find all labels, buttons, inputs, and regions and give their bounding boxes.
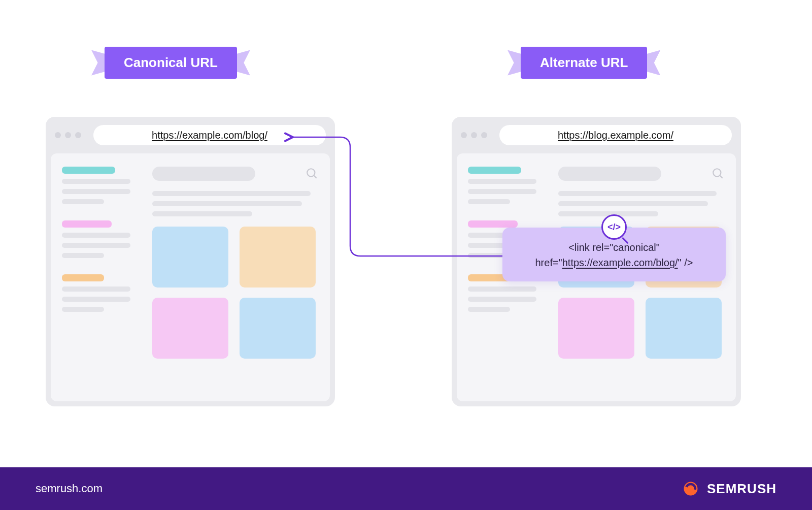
search-icon xyxy=(306,167,319,180)
skeleton-bar xyxy=(152,211,252,216)
window-dot xyxy=(55,132,61,138)
content-tile xyxy=(152,298,228,359)
address-bar: https://blog.example.com/ xyxy=(499,125,732,145)
brand: SEMRUSH xyxy=(682,480,776,498)
brand-name: SEMRUSH xyxy=(707,481,776,497)
tile-row xyxy=(558,298,725,359)
page-main xyxy=(152,167,319,388)
skeleton-lines xyxy=(558,191,725,216)
browser-canonical: https://example.com/blog/ xyxy=(46,117,335,406)
skeleton-bar xyxy=(62,307,104,312)
skeleton-bar xyxy=(558,191,717,196)
window-dot xyxy=(481,132,487,138)
page-body xyxy=(51,153,330,401)
content-tile xyxy=(558,298,634,359)
window-dot xyxy=(471,132,477,138)
svg-point-5 xyxy=(684,487,688,490)
skeleton-bar xyxy=(468,307,510,312)
ribbon-canonical: Canonical URL xyxy=(91,47,250,79)
tile-row xyxy=(152,298,319,359)
window-dot xyxy=(75,132,81,138)
window-controls xyxy=(55,132,81,138)
skeleton-bar xyxy=(468,189,536,194)
footer: semrush.com SEMRUSH xyxy=(0,467,812,510)
search-icon xyxy=(712,167,725,180)
tile-row xyxy=(152,227,319,288)
content-tile xyxy=(240,298,316,359)
search-row xyxy=(152,167,319,181)
page-sidebar xyxy=(62,167,138,388)
skeleton-bar xyxy=(62,179,130,184)
skeleton-bar xyxy=(558,201,708,206)
address-url: https://blog.example.com/ xyxy=(558,130,673,141)
svg-point-0 xyxy=(307,169,315,176)
svg-line-3 xyxy=(720,175,722,178)
search-pill xyxy=(558,167,661,181)
skeleton-bar xyxy=(62,167,115,174)
skeleton-bar xyxy=(468,179,536,184)
callout-line2-prefix: href=" xyxy=(535,257,562,268)
content-tile xyxy=(646,298,722,359)
semrush-logo-icon xyxy=(682,480,700,498)
svg-point-2 xyxy=(713,169,721,176)
skeleton-bar xyxy=(62,274,104,281)
address-url: https://example.com/blog/ xyxy=(152,130,267,141)
skeleton-bar xyxy=(62,199,104,204)
search-pill xyxy=(152,167,255,181)
callout-line1: <link rel="canonical" xyxy=(521,240,707,255)
callout-line2-suffix: " /> xyxy=(678,257,693,268)
skeleton-lines xyxy=(152,191,319,216)
window-dot xyxy=(461,132,467,138)
skeleton-bar xyxy=(468,220,518,228)
window-dot xyxy=(65,132,71,138)
content-tile xyxy=(240,227,316,288)
ribbon-label-alternate: Alternate URL xyxy=(521,47,647,79)
code-inspect-icon: </> xyxy=(601,214,627,240)
skeleton-bar xyxy=(62,286,130,292)
browser-bar: https://blog.example.com/ xyxy=(452,117,741,153)
ribbon-alternate: Alternate URL xyxy=(507,47,660,79)
skeleton-bar xyxy=(468,297,536,302)
diagram-canvas: Canonical URL Alternate URL https://exam… xyxy=(0,0,812,510)
code-icon-text: </> xyxy=(607,220,621,234)
address-bar: https://example.com/blog/ xyxy=(93,125,326,145)
svg-line-1 xyxy=(314,175,316,178)
skeleton-bar xyxy=(468,286,536,292)
callout-line2-url: https://example.com/blog/ xyxy=(562,257,678,268)
skeleton-bar xyxy=(468,199,510,204)
skeleton-bar xyxy=(62,189,130,194)
skeleton-bar xyxy=(62,243,130,248)
skeleton-bar xyxy=(152,191,311,196)
ribbon-label-canonical: Canonical URL xyxy=(105,47,237,79)
skeleton-bar xyxy=(62,253,104,258)
content-tile xyxy=(152,227,228,288)
skeleton-bar xyxy=(62,233,130,238)
canonical-code-callout: </> <link rel="canonical" href="https://… xyxy=(502,228,726,281)
skeleton-bar xyxy=(152,201,302,206)
skeleton-bar xyxy=(468,167,521,174)
window-controls xyxy=(461,132,487,138)
skeleton-bar xyxy=(62,297,130,302)
browser-bar: https://example.com/blog/ xyxy=(46,117,335,153)
callout-line2: href="https://example.com/blog/" /> xyxy=(521,255,707,270)
search-row xyxy=(558,167,725,181)
footer-site: semrush.com xyxy=(36,482,103,495)
skeleton-bar xyxy=(62,220,112,228)
